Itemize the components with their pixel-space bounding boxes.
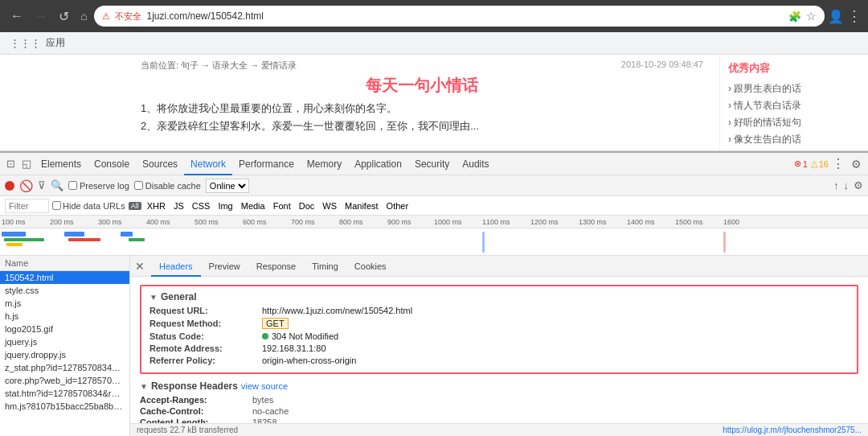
file-item-150542[interactable]: 150542.html xyxy=(0,271,129,284)
filter-doc[interactable]: Doc xyxy=(297,200,317,212)
sidebar-item[interactable]: › 像女生告白的话 xyxy=(728,131,860,148)
request-url-row: Request URL: http://www.1juzi.com/new/15… xyxy=(149,306,849,315)
hide-data-toggle[interactable]: Hide data URLs xyxy=(52,201,125,211)
search-icon[interactable]: 🔍 xyxy=(51,179,63,191)
menu-icon[interactable]: ⋮ xyxy=(847,7,862,25)
rh-key: Cache-Control: xyxy=(140,406,252,416)
status-url: https://ulog.jr.m/r/jfouchenshmor2575... xyxy=(723,426,862,434)
file-item-mjs[interactable]: m.js xyxy=(0,297,129,310)
response-headers-section: ▼ Response Headers view source Accept-Ra… xyxy=(140,380,858,423)
star-icon[interactable]: ☆ xyxy=(806,10,817,23)
disable-cache-label[interactable]: Disable cache xyxy=(134,181,201,191)
sidebar-item[interactable]: › 好听的情话短句 xyxy=(728,114,860,131)
request-method-key: Request Method: xyxy=(149,319,262,328)
address-bar[interactable]: ⚠ 不安全 1juzi.com/new/150542.html 🧩 ☆ xyxy=(94,6,825,27)
network-toolbar: 🚫 ⊽ 🔍 Preserve log Disable cache Online … xyxy=(0,175,868,196)
tab-sources[interactable]: Sources xyxy=(136,153,184,175)
back-button[interactable]: ← xyxy=(6,7,27,25)
file-list-footer: requests 22.7 kB transferred xyxy=(137,426,238,434)
rh-content-length: Content-Length: 18258 xyxy=(140,417,858,423)
status-code-key: Status Code: xyxy=(149,331,262,341)
profile-icon[interactable]: 👤 xyxy=(828,9,844,24)
file-item-hm[interactable]: hm.js?8107b15bacc25ba8b7f... xyxy=(0,400,129,413)
preserve-log-label[interactable]: Preserve log xyxy=(68,181,129,191)
file-list-header: Name xyxy=(0,256,129,271)
bottom-status: requests 22.7 kB transferred https://ulo… xyxy=(130,423,868,436)
download-icon[interactable]: ↓ xyxy=(844,179,850,191)
file-item-jquery[interactable]: jquery.js xyxy=(0,335,129,348)
devtools-more-icon[interactable]: ⋮ xyxy=(829,156,848,171)
record-button[interactable] xyxy=(5,181,14,191)
tab-application[interactable]: Application xyxy=(348,153,408,175)
all-badge[interactable]: All xyxy=(129,202,141,210)
tab-network[interactable]: Network xyxy=(184,153,232,175)
refresh-button[interactable]: ↺ xyxy=(55,7,73,26)
filter-ws[interactable]: WS xyxy=(320,200,339,212)
tab-memory[interactable]: Memory xyxy=(301,153,348,175)
extension-icon[interactable]: 🧩 xyxy=(788,10,801,23)
security-icon: ⚠ xyxy=(102,11,110,22)
referrer-val: origin-when-cross-origin xyxy=(262,356,356,365)
tab-response[interactable]: Response xyxy=(248,256,305,277)
file-item-hjs[interactable]: h.js xyxy=(0,310,129,323)
tab-headers[interactable]: Headers xyxy=(151,256,201,277)
filter-css[interactable]: CSS xyxy=(190,200,213,212)
remote-addr-key: Remote Address: xyxy=(149,343,262,353)
filter-img[interactable]: Img xyxy=(215,200,235,212)
devtools-settings-icon[interactable]: ⚙ xyxy=(848,158,865,171)
file-item-core[interactable]: core.php?web_id=127857083... xyxy=(0,374,129,387)
page-main: 当前位置: 句子 → 语录大全 → 爱情话录 2018-10-29 09:48:… xyxy=(125,55,719,150)
filter-xhr[interactable]: XHR xyxy=(145,200,168,212)
tab-console[interactable]: Console xyxy=(88,153,136,175)
file-item-droppy[interactable]: jquery.droppy.js xyxy=(0,348,129,361)
request-url-val: http://www.1juzi.com/new/150542.html xyxy=(262,306,412,315)
devtools-undock-icon[interactable]: ⊡ xyxy=(3,158,18,170)
tab-performance[interactable]: Performance xyxy=(232,153,301,175)
apps-icon[interactable]: ⋮⋮⋮ xyxy=(10,37,41,49)
file-item-stat[interactable]: stat.htm?id=1278570834&r=h... xyxy=(0,387,129,400)
page-line2: 2、亲爱跌碎红尘望客利水。亲爱一生一世覆覆轮回，至你，我不间理由... xyxy=(141,119,703,134)
rh-key: Accept-Ranges: xyxy=(140,395,252,405)
view-source-link[interactable]: view source xyxy=(241,381,288,391)
tab-preview[interactable]: Preview xyxy=(201,256,248,277)
details-tabs: ✕ Headers Preview Response Timing Cookie… xyxy=(130,256,868,277)
tab-audits[interactable]: Audits xyxy=(456,153,495,175)
toolbar-settings-icon[interactable]: ⚙ xyxy=(854,179,863,191)
clear-button[interactable]: 🚫 xyxy=(19,179,33,192)
sidebar-item[interactable]: › 情人节表白话录 xyxy=(728,97,860,114)
sidebar-item[interactable]: › 跟男生表白的话 xyxy=(728,80,860,97)
details-close-icon[interactable]: ✕ xyxy=(135,260,145,273)
tab-cookies[interactable]: Cookies xyxy=(346,256,395,277)
devtools-tabs: ⊡ ◱ Elements Console Sources Network Per… xyxy=(0,153,868,175)
general-header: ▼ General xyxy=(149,291,849,302)
file-item-logo[interactable]: logo2015.gif xyxy=(0,323,129,335)
filter-media[interactable]: Media xyxy=(239,200,268,212)
referrer-row: Referrer Policy: origin-when-cross-origi… xyxy=(149,356,849,365)
status-dot-green xyxy=(262,333,268,339)
hide-data-checkbox[interactable] xyxy=(52,201,61,210)
preserve-log-checkbox[interactable] xyxy=(68,181,77,190)
request-method-val[interactable]: GET xyxy=(262,318,289,329)
filter-other[interactable]: Other xyxy=(384,200,411,212)
disable-cache-checkbox[interactable] xyxy=(134,181,143,190)
tab-security[interactable]: Security xyxy=(408,153,456,175)
page-line1: 1、将你放进我心里最重要的位置，用心来刻你的名字。 xyxy=(141,101,703,116)
forward-button[interactable]: → xyxy=(31,7,51,25)
tab-timing[interactable]: Timing xyxy=(304,256,346,277)
breadcrumb: 当前位置: 句子 → 语录大全 → 爱情话录 2018-10-29 09:48:… xyxy=(141,60,703,72)
details-content: ▼ General Request URL: http://www.1juzi.… xyxy=(130,277,868,423)
file-item-style[interactable]: style.css xyxy=(0,284,129,297)
tab-elements[interactable]: Elements xyxy=(35,153,88,175)
home-button[interactable]: ⌂ xyxy=(76,8,91,24)
filter-icon[interactable]: ⊽ xyxy=(38,179,46,191)
filter-input[interactable] xyxy=(5,199,49,213)
filter-manifest[interactable]: Manifest xyxy=(342,200,381,212)
file-item-zstat[interactable]: z_stat.php?id=1278570834&... xyxy=(0,361,129,374)
rh-val: 18258 xyxy=(252,417,277,423)
throttle-select[interactable]: Online xyxy=(206,179,249,193)
security-label: 不安全 xyxy=(115,10,141,23)
filter-font[interactable]: Font xyxy=(271,200,293,212)
upload-icon[interactable]: ↑ xyxy=(833,179,839,191)
filter-js[interactable]: JS xyxy=(171,200,186,212)
devtools-dock-icon[interactable]: ◱ xyxy=(18,158,35,170)
